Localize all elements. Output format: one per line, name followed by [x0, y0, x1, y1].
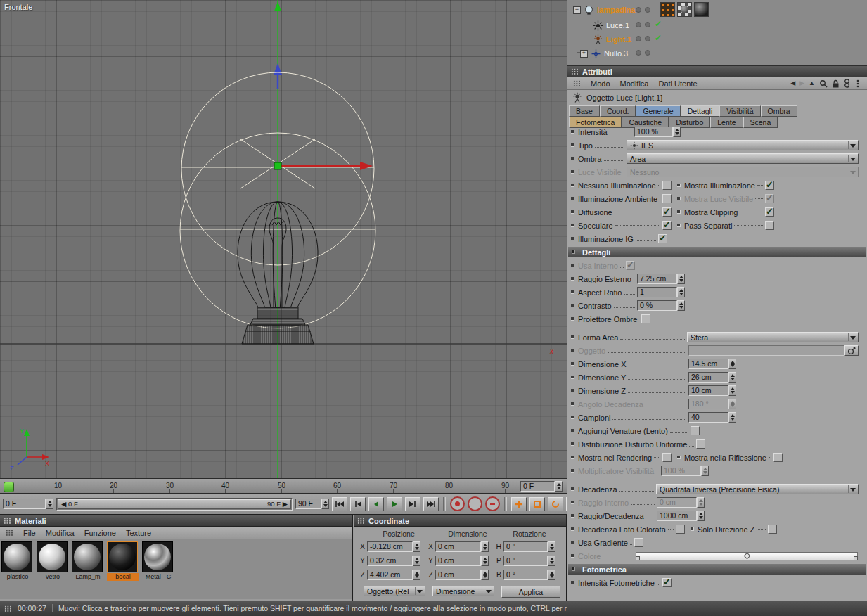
material-item-plastico[interactable]: plastico: [1, 541, 34, 597]
stepper[interactable]: [413, 556, 420, 566]
stepper[interactable]: [673, 127, 681, 137]
dimension-y-field[interactable]: 0 cm: [435, 556, 489, 566]
material-name[interactable]: Metal - C: [142, 573, 174, 581]
history-forward-icon[interactable]: ▶: [799, 80, 804, 86]
ombra-dropdown[interactable]: Area: [627, 153, 859, 164]
position-y-field[interactable]: 0.32 cm: [367, 556, 420, 566]
diffusione-checkbox[interactable]: [662, 207, 672, 217]
stepper[interactable]: [728, 385, 736, 396]
stepper[interactable]: [697, 511, 705, 521]
mostra-clipping-checkbox[interactable]: [765, 207, 774, 217]
intensita-field[interactable]: 100 %: [634, 127, 681, 137]
render-visibility-dot[interactable]: [645, 7, 650, 13]
stepper[interactable]: [677, 287, 685, 297]
solo-direzione-z-checkbox[interactable]: [768, 525, 777, 534]
nessuna-illuminazione-checkbox[interactable]: [662, 181, 672, 190]
menu-modo[interactable]: Modo: [591, 79, 610, 88]
texture-tag-checker[interactable]: [677, 2, 692, 17]
history-back-icon[interactable]: ◀: [790, 80, 795, 86]
record-scale-toggle[interactable]: [529, 497, 545, 511]
search-icon[interactable]: [819, 79, 828, 88]
dimensione-z-field[interactable]: 10 cm: [688, 385, 736, 396]
tab-generale[interactable]: Generale: [636, 105, 680, 117]
materials-titlebar[interactable]: Materiali: [0, 515, 352, 527]
material-name[interactable]: Lamp_m: [72, 573, 104, 581]
illuminazione-ambiente-checkbox[interactable]: [662, 194, 672, 203]
dimension-z-field[interactable]: 0 cm: [435, 570, 489, 580]
dimension-mode-dropdown[interactable]: Dimensione: [432, 586, 494, 596]
speculare-checkbox[interactable]: [662, 221, 672, 230]
object-row-light1[interactable]: Light.1: [593, 33, 631, 46]
distribuzione-disturbo-checkbox[interactable]: [696, 439, 705, 449]
ruler-frame-field[interactable]: 0 F: [520, 481, 563, 492]
decadenza-dropdown[interactable]: Quadrata Inversa (Precisione Fisica): [656, 484, 859, 494]
position-z-field[interactable]: 4.402 cm: [367, 570, 420, 580]
current-frame-marker[interactable]: [4, 482, 14, 492]
illuminazione-ig-checkbox[interactable]: [658, 234, 667, 243]
material-thumbnail[interactable]: [107, 541, 138, 572]
menu-modifica[interactable]: Modifica: [620, 79, 649, 88]
coordinate-system-dropdown[interactable]: Oggetto (Rel: [364, 586, 425, 596]
dimensione-y-field[interactable]: 26 cm: [688, 372, 736, 383]
tab-coord[interactable]: Coord.: [600, 105, 636, 117]
stepper[interactable]: [321, 499, 329, 509]
tipo-dropdown[interactable]: IES: [627, 140, 859, 150]
end-frame-field[interactable]: 90 F: [295, 499, 329, 509]
stepper[interactable]: [413, 541, 420, 552]
menu-dati-utente[interactable]: Dati Utente: [659, 79, 698, 88]
object-name[interactable]: Luce.1: [606, 21, 629, 30]
material-item-lamp[interactable]: Lamp_m: [72, 541, 104, 597]
stepper[interactable]: [46, 499, 53, 509]
prev-key-button[interactable]: [350, 497, 366, 511]
light-object-icon[interactable]: [593, 20, 603, 31]
record-position-toggle[interactable]: [511, 497, 527, 511]
stepper[interactable]: [481, 541, 489, 552]
material-thumbnail[interactable]: [37, 541, 68, 572]
material-item-metal[interactable]: Metal - C: [142, 541, 174, 597]
tab-visibilita[interactable]: Visibilità: [719, 105, 760, 117]
coordinates-titlebar[interactable]: Coordinate: [354, 515, 566, 527]
record-rotation-toggle[interactable]: [548, 497, 563, 511]
record-keyframe-button[interactable]: [450, 496, 465, 511]
object-row-luce1[interactable]: Luce.1: [593, 19, 629, 32]
object-name[interactable]: Light.1: [606, 35, 631, 44]
menu-file[interactable]: File: [23, 529, 36, 537]
material-thumbnail[interactable]: [142, 541, 173, 572]
stepper[interactable]: [677, 274, 685, 284]
mostra-illuminazione-checkbox[interactable]: [765, 181, 774, 190]
render-visibility-dot[interactable]: [645, 36, 650, 41]
material-name-selected[interactable]: bocal: [107, 573, 139, 581]
stepper[interactable]: [548, 556, 555, 566]
lamp-object-icon[interactable]: [584, 5, 594, 15]
material-item-bocal[interactable]: bocal: [107, 541, 139, 597]
panel-grip-icon[interactable]: [571, 68, 579, 75]
light-center-handle[interactable]: [274, 162, 281, 169]
mostra-nella-riflessione-checkbox[interactable]: [773, 453, 783, 462]
tab-dettagli[interactable]: Dettagli: [681, 105, 720, 117]
menu-funzione[interactable]: Funzione: [84, 529, 116, 537]
x-axis-arrow[interactable]: [360, 162, 373, 170]
editor-visibility-dot[interactable]: [636, 7, 641, 13]
menu-texture[interactable]: Texture: [126, 529, 151, 537]
autokey-button[interactable]: [468, 496, 482, 511]
null-object-icon[interactable]: [591, 49, 601, 59]
object-name[interactable]: lampadina: [597, 6, 635, 14]
proiettore-ombre-checkbox[interactable]: [641, 314, 650, 323]
stepper[interactable]: [481, 556, 489, 566]
campioni-field[interactable]: 40: [688, 412, 736, 423]
ies-light-object-icon[interactable]: [593, 34, 603, 45]
lock-icon[interactable]: [832, 79, 840, 88]
rotation-b-field[interactable]: 0 °: [503, 570, 555, 580]
render-visibility-dot[interactable]: [645, 22, 650, 27]
stepper[interactable]: [413, 570, 420, 580]
keyframe-selection-button[interactable]: [485, 496, 500, 511]
object-row-lampadina[interactable]: − lampadina: [573, 4, 635, 16]
stepper[interactable]: [555, 481, 563, 492]
position-x-field[interactable]: -0.128 cm: [367, 541, 420, 552]
rotation-p-field[interactable]: 0 °: [503, 556, 555, 566]
view-label[interactable]: Frontale: [4, 3, 32, 11]
prev-frame-button[interactable]: [368, 497, 384, 511]
tab-ombra[interactable]: Ombra: [761, 105, 797, 117]
menu-grip-icon[interactable]: [573, 80, 581, 86]
rotation-h-field[interactable]: 0 °: [503, 541, 555, 552]
